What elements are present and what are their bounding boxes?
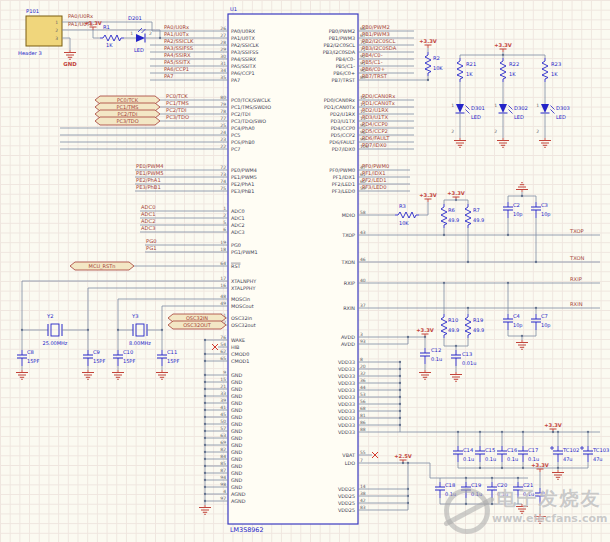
pin-number: 1 [223,206,226,211]
pin-name: PE0/PWM4 [231,167,257,173]
pin-number: 7 [360,458,363,463]
cap-value: 47u [593,456,603,462]
pin-name: GND [231,484,242,490]
junction-dot [522,467,524,469]
led-pin-number: 1 [451,103,454,108]
port-label: PC0/TCK [117,97,139,103]
resistor-ref: R10 [448,317,458,323]
junction-dot [399,375,401,377]
led-pin-number: 1 [130,31,133,36]
cap-value: 10p [513,322,523,329]
junction-dot [204,444,206,446]
power-label: +3.3V [531,462,549,468]
pin-number: 55 [360,450,366,455]
net-label: PB2/I2C0SCL [362,38,395,44]
pin-number: 88 [360,427,366,432]
pin-number: 94 [220,475,226,480]
pin-name: GND [231,477,242,483]
cap-value: 10p [513,211,523,218]
pin-number: 50 [220,419,226,424]
cap-value: 0.1u [485,456,496,462]
crystal-Y3[interactable] [136,324,144,336]
resistor-R2[interactable] [425,52,431,76]
junction-dot [204,395,206,397]
pin-name: VDD33 [338,401,355,407]
cap-ref: C9 [93,349,100,355]
pin-number: 16 [220,283,226,288]
pin-name: PC4/PhA0 [231,125,255,131]
net-label: ADC3 [141,225,155,231]
pin-number: 58 [360,210,366,215]
pin-name: VDD25 [338,500,355,506]
net-label: RXIN [570,301,583,307]
resistor-R6[interactable] [441,204,447,228]
net-label: PD5/CCP2 [362,128,388,134]
crystal-ref: Y2 [46,313,53,319]
led-arrow-icon [509,106,513,110]
junction-dot [402,462,404,464]
junction-dot [399,424,401,426]
mcu-ic[interactable] [228,14,358,524]
led-value: LED [514,114,524,120]
junction-dot [399,368,401,370]
junction-dot [204,402,206,404]
resistor-R7[interactable] [465,204,471,228]
resistor-R1[interactable] [100,35,124,41]
net-label: PB4/C0- [362,52,383,58]
net-label: PA2/SSICLK [164,38,194,44]
net-label: PC2/TDI [166,107,187,113]
net-label: PG0 [146,238,156,244]
resistor-R22[interactable] [500,58,506,82]
resistor-R23[interactable] [542,58,548,82]
pin-name: TXON [340,259,355,265]
led-value: LED [556,114,566,120]
pin-name: GND [231,386,242,392]
pin-name: PA3/SSIFSS [231,49,258,55]
pin-name: MOSCin [231,296,250,302]
pin-number: 81 [360,413,366,418]
led-ref: D201 [128,15,142,21]
pin-name: GND [231,421,242,427]
ic-designator: U1 [230,6,237,12]
junction-dot [399,396,401,398]
resistor-R21[interactable] [457,58,463,82]
resistor-R19[interactable] [465,314,471,338]
led-D303[interactable] [541,104,549,113]
net-label: PB7/TRST [362,73,388,79]
power-label: +3.3V [544,422,562,428]
net-label: PE1/PWM5 [136,170,164,176]
junction-dot [552,431,554,433]
pin-name: VDD33 [338,394,355,400]
cap-ref: C20 [497,482,507,488]
resistor-R3[interactable] [395,212,419,218]
pin-number: 14 [360,484,366,489]
connector-type: Header 3 [18,50,42,56]
resistor-ref: R7 [473,207,480,213]
cap-ref: C7 [541,313,548,319]
cap-value: 0.1u [523,491,534,497]
pin-name: PD7/IDX0 [332,146,355,152]
net-label: ADC1 [141,211,155,217]
pin-number: 38 [360,491,366,496]
pin-name: ADC3 [231,229,245,235]
led-arrow-icon [551,106,555,110]
pin-name: TXOP [341,232,355,238]
pin-number: 27 [220,33,226,38]
pin-name: PB3/I2C0SDA [323,49,356,55]
led-D302[interactable] [499,104,507,113]
pin-name: PD6/FAULT [329,139,355,145]
pin-name: RST [231,263,241,269]
led-D201[interactable] [136,34,145,42]
pin-name: PF0/PWM0 [329,167,355,173]
crystal-Y2[interactable] [51,324,59,336]
power-label: +3.3V [447,190,465,196]
junction-dot [204,374,206,376]
net-label: PG1 [146,245,156,251]
pin-number: 69 [220,440,226,445]
net-label: PD0/CAN0Rx [362,93,395,99]
cap-ref: C14 [463,447,474,453]
resistor-R10[interactable] [441,314,447,338]
led-D301[interactable] [456,104,464,113]
pin-name: PD4/CCP0 [331,125,355,131]
pin-number: 20 [360,364,366,369]
